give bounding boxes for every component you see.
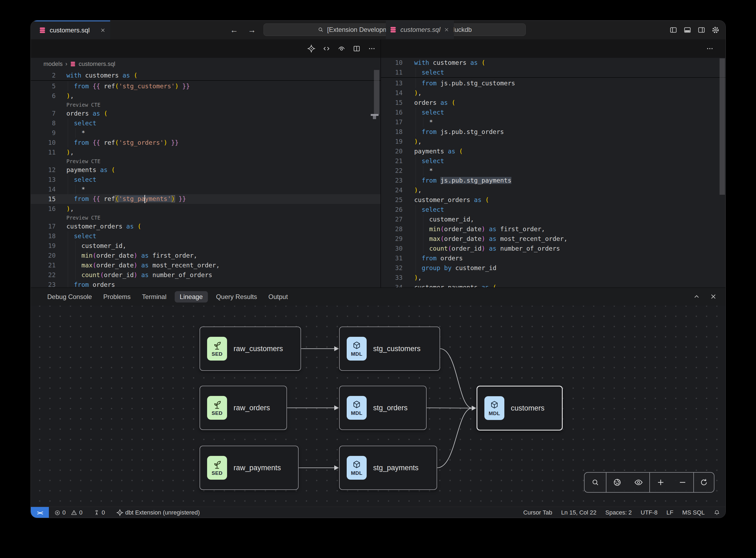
codelens-label[interactable]: Preview CTE xyxy=(67,102,100,108)
layout-sidebar-left-icon[interactable] xyxy=(669,25,678,34)
code-line-right-18[interactable]: 18 from js.pub.stg_orders xyxy=(381,127,720,137)
cursor-tab-status[interactable]: Cursor Tab xyxy=(523,509,552,516)
zoom-in-icon[interactable] xyxy=(656,478,665,487)
open-preview-icon[interactable] xyxy=(337,44,346,53)
panel-tab-query-results[interactable]: Query Results xyxy=(210,288,263,306)
lineage-node-stg_payments[interactable]: MDLstg_payments xyxy=(339,446,437,490)
lineage-node-stg_orders[interactable]: MDLstg_orders xyxy=(339,386,426,430)
code-line-right-19[interactable]: 19), xyxy=(381,137,720,146)
dbt-extension-status[interactable]: dbt Extension (unregistered) xyxy=(116,509,200,516)
scrollbar-right-editor[interactable] xyxy=(720,58,725,195)
code-line-right-21[interactable]: 21 select xyxy=(381,156,720,166)
code-line-right-20[interactable]: 20payments as ( xyxy=(381,146,720,156)
sash-handle[interactable] xyxy=(371,114,379,116)
codelens-preview-cte[interactable]: Preview CTE xyxy=(31,101,381,108)
code-line-left-5[interactable]: 5 from {{ ref('stg_customers') }} xyxy=(31,81,381,91)
settings-gear-icon[interactable] xyxy=(711,25,720,34)
code-line-right-30[interactable]: 30 count(order_id) as number_of_orders xyxy=(381,244,720,253)
language-mode-status[interactable]: MS SQL xyxy=(682,509,705,516)
codelens-preview-cte[interactable]: Preview CTE xyxy=(31,157,381,165)
code-line-left-11[interactable]: 11), xyxy=(31,148,381,157)
code-line-left-20[interactable]: 20 min(order_date) as first_order, xyxy=(31,251,381,260)
eye-icon[interactable] xyxy=(634,478,643,487)
panel-tab-lineage[interactable]: Lineage xyxy=(172,288,210,306)
code-line-right-23[interactable]: 23 from js.pub.stg_payments xyxy=(381,176,720,185)
code-line-left-7[interactable]: 7orders as ( xyxy=(31,108,381,118)
scrollbar-left-editor[interactable] xyxy=(374,70,379,115)
close-panel-icon[interactable] xyxy=(709,292,718,301)
codelens-label[interactable]: Preview CTE xyxy=(67,215,100,221)
close-tab-icon[interactable] xyxy=(100,27,106,33)
indentation-status[interactable]: Spaces: 2 xyxy=(605,509,632,516)
code-line-left-17[interactable]: 17customer_orders as ( xyxy=(31,222,381,231)
panel-tab-problems[interactable]: Problems xyxy=(98,288,136,306)
code-line-left-12[interactable]: 12payments as ( xyxy=(31,165,381,175)
code-line-left-10[interactable]: 10 from {{ ref('stg_orders') }} xyxy=(31,138,381,148)
code-line-left-14[interactable]: 14 * xyxy=(31,184,381,194)
code-line-left-16[interactable]: 16), xyxy=(31,204,381,213)
code-line-left-9[interactable]: 9 * xyxy=(31,128,381,138)
codelens-label[interactable]: Preview CTE xyxy=(67,158,100,164)
bell-icon[interactable] xyxy=(713,509,720,516)
code-line-right-15[interactable]: 15orders as ( xyxy=(381,98,720,107)
back-icon[interactable]: ← xyxy=(230,21,238,40)
dbt-icon[interactable] xyxy=(307,44,316,53)
search-icon[interactable] xyxy=(591,478,600,487)
code-line-left-15[interactable]: 15 from {{ ref('stg_payments') }} xyxy=(31,194,381,204)
layout-sidebar-right-icon[interactable] xyxy=(697,25,706,34)
code-line-right-17[interactable]: 17 * xyxy=(381,117,720,127)
more-actions-icon[interactable] xyxy=(705,44,714,53)
eol-status[interactable]: LF xyxy=(667,509,673,516)
code-line-right-25[interactable]: 25customer_orders as ( xyxy=(381,195,720,205)
code-line-left-6[interactable]: 6), xyxy=(31,91,381,101)
breadcrumb-file[interactable]: customers.sql xyxy=(79,60,115,68)
breadcrumb[interactable]: models › customers.sql xyxy=(31,58,381,70)
code-line-left-19[interactable]: 19 customer_id, xyxy=(31,241,381,251)
code-line-right-16[interactable]: 16 select xyxy=(381,107,720,117)
more-actions-icon[interactable] xyxy=(367,44,376,53)
lineage-node-raw_payments[interactable]: SEDraw_payments xyxy=(200,446,298,490)
problems-status[interactable]: 0 0 xyxy=(54,509,83,516)
lineage-node-raw_orders[interactable]: SEDraw_orders xyxy=(200,386,287,430)
panel-tab-output[interactable]: Output xyxy=(263,288,293,306)
code-line-left-13[interactable]: 13 select xyxy=(31,175,381,184)
code-line-right-27[interactable]: 27 customer_id, xyxy=(381,214,720,224)
code-line-right-22[interactable]: 22 * xyxy=(381,166,720,176)
code-line-right-26[interactable]: 26 select xyxy=(381,205,720,214)
sticky-code-line-right-11[interactable]: 11 select xyxy=(381,68,720,77)
sticky-code-line-right-10[interactable]: 10with customers as ( xyxy=(381,58,720,68)
code-line-left-21[interactable]: 21 max(order_date) as most_recent_order, xyxy=(31,260,381,270)
zoom-out-icon[interactable] xyxy=(678,478,687,487)
split-editor-icon[interactable] xyxy=(352,44,361,53)
code-line-left-22[interactable]: 22 count(order_id) as number_of_orders xyxy=(31,270,381,280)
panel-tab-terminal[interactable]: Terminal xyxy=(136,288,172,306)
layout-panel-icon[interactable] xyxy=(683,25,692,34)
code-line-right-24[interactable]: 24), xyxy=(381,185,720,195)
code-line-right-32[interactable]: 32 group by customer_id xyxy=(381,263,720,273)
inline-code-icon[interactable] xyxy=(322,44,331,53)
code-line-right-33[interactable]: 33), xyxy=(381,273,720,282)
cursor-position-status[interactable]: Ln 15, Col 22 xyxy=(561,509,596,516)
code-line-left-8[interactable]: 8 select xyxy=(31,118,381,128)
lineage-node-raw_customers[interactable]: SEDraw_customers xyxy=(200,327,301,371)
encoding-status[interactable]: UTF-8 xyxy=(641,509,657,516)
ports-status[interactable]: 0 xyxy=(94,509,105,516)
code-line-right-28[interactable]: 28 min(order_date) as first_order, xyxy=(381,224,720,234)
code-line-right-13[interactable]: 13 from js.pub.stg_customers xyxy=(381,78,720,88)
close-tab-icon[interactable] xyxy=(444,27,449,33)
refresh-icon[interactable] xyxy=(699,478,708,487)
code-line-right-14[interactable]: 14), xyxy=(381,88,720,98)
lineage-node-stg_customers[interactable]: MDLstg_customers xyxy=(339,327,440,371)
remote-indicator[interactable]: >< xyxy=(31,507,49,518)
code-line-right-29[interactable]: 29 max(order_date) as most_recent_order, xyxy=(381,234,720,244)
tab-customers-sql-right[interactable]: customers.sql xyxy=(386,21,454,39)
editor-group-sash[interactable] xyxy=(381,40,381,287)
breadcrumb-folder[interactable]: models xyxy=(44,60,63,68)
panel-tab-debug-console[interactable]: Debug Console xyxy=(42,288,98,306)
lineage-node-customers[interactable]: MDLcustomers xyxy=(476,386,563,431)
sticky-code-line-left-2[interactable]: 2with customers as ( xyxy=(31,71,381,80)
tab-customers-sql-left[interactable]: customers.sql xyxy=(31,21,110,39)
code-line-right-31[interactable]: 31 from orders xyxy=(381,253,720,263)
maximize-panel-icon[interactable] xyxy=(692,292,701,301)
forward-icon[interactable]: → xyxy=(248,21,256,40)
